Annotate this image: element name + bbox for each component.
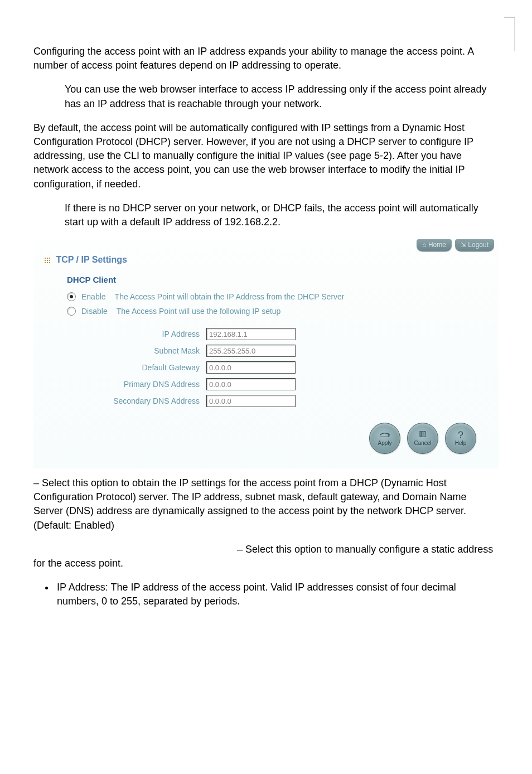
secondary-dns-input[interactable] — [206, 395, 296, 407]
radio-enable-row: Enable The Access Point will obtain the … — [67, 292, 487, 301]
bullet-list: IP Address: The IP address of the access… — [45, 580, 499, 608]
table-row: Secondary DNS Address — [69, 393, 298, 409]
home-icon: ⌂ — [422, 241, 426, 249]
page-content: Configuring the access point with an IP … — [0, 0, 532, 641]
primary-dns-input[interactable] — [206, 378, 296, 390]
top-tabs: ⌂ Home ⇲ Logout — [417, 239, 494, 251]
default-gateway-input[interactable] — [206, 361, 296, 374]
grid-icon — [45, 258, 50, 263]
svg-rect-1 — [422, 432, 423, 437]
apply-button[interactable]: Apply — [369, 423, 400, 454]
home-label: Home — [428, 241, 446, 249]
cancel-icon — [417, 430, 428, 439]
svg-rect-2 — [424, 432, 425, 437]
default-gateway-label: Default Gateway — [69, 359, 204, 376]
list-item: IP Address: The IP address of the access… — [55, 580, 499, 608]
radio-disable-desc: The Access Point will use the following … — [117, 307, 281, 316]
paragraph-intro: Configuring the access point with an IP … — [33, 45, 499, 72]
paragraph-disable-simple: – Select this option to manually configu… — [33, 543, 499, 570]
subnet-mask-label: Subnet Mask — [69, 342, 204, 359]
help-button[interactable]: Help — [445, 423, 476, 454]
logout-tab[interactable]: ⇲ Logout — [455, 239, 494, 251]
subnet-mask-input[interactable] — [206, 345, 296, 357]
ip-fields-table: IP Address Subnet Mask Default Gateway P… — [69, 326, 298, 409]
disable-desc-text3: – Select this option to manually configu… — [33, 544, 493, 569]
home-tab[interactable]: ⌂ Home — [417, 239, 452, 251]
cancel-label: Cancel — [414, 440, 431, 446]
paragraph-note-2: If there is no DHCP server on your netwo… — [33, 201, 499, 229]
paragraph-note-1: You can use the web browser interface to… — [33, 83, 499, 110]
svg-rect-0 — [420, 432, 421, 437]
paragraph-enable-desc: – Select this option to obtain the IP se… — [33, 476, 499, 533]
ip-address-input[interactable] — [206, 328, 296, 340]
tcp-ip-settings-panel: ⌂ Home ⇲ Logout TCP / IP Settings DHCP C… — [33, 239, 499, 468]
apply-label: Apply — [378, 440, 391, 446]
primary-dns-label: Primary DNS Address — [69, 376, 204, 393]
svg-point-3 — [460, 437, 461, 438]
help-label: Help — [455, 440, 467, 446]
radio-enable-label: Enable — [81, 292, 106, 301]
secondary-dns-label: Secondary DNS Address — [69, 393, 204, 409]
table-row: Subnet Mask — [69, 342, 298, 359]
panel-title-text: TCP / IP Settings — [56, 255, 127, 264]
radio-enable[interactable] — [67, 292, 76, 301]
radio-disable-label: Disable — [81, 307, 108, 316]
table-row: Default Gateway — [69, 359, 298, 376]
panel-title: TCP / IP Settings — [45, 255, 487, 265]
logout-icon: ⇲ — [461, 241, 466, 249]
table-row: IP Address — [69, 326, 298, 342]
cancel-button[interactable]: Cancel — [407, 423, 438, 454]
radio-disable[interactable] — [67, 307, 76, 316]
apply-icon — [379, 430, 390, 439]
radio-enable-desc: The Access Point will obtain the IP Addr… — [115, 292, 345, 301]
action-buttons: Apply Cancel Help — [45, 423, 487, 454]
ip-address-label: IP Address — [69, 326, 204, 342]
radio-disable-row: Disable The Access Point will use the fo… — [67, 307, 487, 316]
help-icon — [455, 430, 466, 439]
logout-label: Logout — [468, 241, 489, 249]
dhcp-client-heading: DHCP Client — [67, 275, 487, 284]
table-row: Primary DNS Address — [69, 376, 298, 393]
paragraph-dhcp: By default, the access point will be aut… — [33, 121, 499, 191]
